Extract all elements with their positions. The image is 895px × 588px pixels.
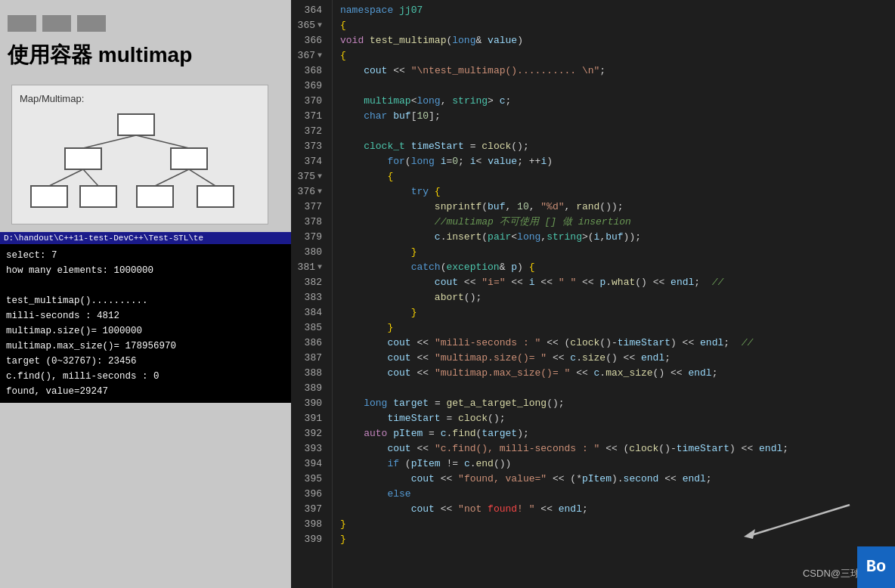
- console-line-5: multimap.size()= 1000000: [6, 323, 285, 339]
- code-line-376: try {: [340, 184, 887, 200]
- console-line-blank1: [6, 278, 285, 293]
- ln-387: 387: [291, 351, 328, 366]
- ln-381: 381▼: [291, 260, 328, 275]
- ln-374: 374: [291, 154, 328, 169]
- ln-367: 367▼: [291, 48, 328, 63]
- svg-rect-3: [31, 186, 67, 207]
- code-line-388: cout << "multimap.max_size()= " << c.max…: [340, 366, 887, 381]
- code-line-366: void test_multimap(long& value): [340, 33, 887, 48]
- ln-392: 392: [291, 426, 328, 441]
- code-line-379: c.insert(pair<long,string>(i,buf));: [340, 230, 887, 245]
- gray-block-1: [8, 15, 36, 32]
- title-area: 使用容器 multimap: [0, 0, 291, 77]
- code-line-383: abort();: [340, 290, 887, 305]
- code-line-373: clock_t timeStart = clock();: [340, 139, 887, 154]
- console-line-4: milli-seconds : 4812: [6, 308, 285, 323]
- right-panel: 364 365▼ 366 367▼ 368 369 370 371 372 37…: [291, 0, 895, 588]
- svg-rect-1: [65, 148, 101, 169]
- ln-377: 377: [291, 200, 328, 215]
- bo-text: Bo: [866, 558, 886, 577]
- svg-line-7: [83, 135, 136, 148]
- ln-394: 394: [291, 456, 328, 472]
- svg-rect-4: [80, 186, 116, 207]
- code-line-385: }: [340, 320, 887, 336]
- ln-399: 399: [291, 532, 328, 547]
- code-line-399: }: [340, 532, 887, 547]
- code-line-387: cout << "multimap.size()= " << c.size() …: [340, 351, 887, 366]
- gray-blocks: [8, 15, 280, 32]
- ln-390: 390: [291, 396, 328, 411]
- console-panel: D:\handout\C++11-test-DevC++\Test-STL\te…: [0, 232, 291, 403]
- console-body: select: 7 how many elements: 1000000 tes…: [0, 244, 291, 403]
- svg-line-8: [136, 135, 189, 148]
- code-line-392: auto pItem = c.find(target);: [340, 426, 887, 441]
- ln-384: 384: [291, 305, 328, 320]
- ln-378: 378: [291, 215, 328, 230]
- console-line-7: target (0~32767): 23456: [6, 354, 285, 369]
- code-line-364: namespace jj07: [340, 3, 887, 18]
- code-line-367: {: [340, 48, 887, 63]
- ln-368: 368: [291, 63, 328, 79]
- ln-397: 397: [291, 502, 328, 517]
- svg-line-12: [189, 169, 215, 186]
- console-line-1: select: 7: [6, 248, 285, 263]
- ln-389: 389: [291, 381, 328, 396]
- console-line-9: found, value=29247: [6, 384, 285, 399]
- ln-398: 398: [291, 517, 328, 532]
- ln-372: 372: [291, 124, 328, 139]
- ln-371: 371: [291, 109, 328, 124]
- console-header: D:\handout\C++11-test-DevC++\Test-STL\te: [0, 232, 291, 244]
- code-line-389: [340, 381, 887, 396]
- ln-365: 365▼: [291, 18, 328, 33]
- code-line-375: {: [340, 169, 887, 184]
- ln-388: 388: [291, 366, 328, 381]
- code-line-386: cout << "milli-seconds : " << (clock()-t…: [340, 336, 887, 351]
- tree-diagram: [20, 110, 254, 220]
- ln-375: 375▼: [291, 169, 328, 184]
- code-line-393: cout << "c.find(), milli-seconds : " << …: [340, 441, 887, 456]
- code-line-394: if (pItem != c.end()): [340, 456, 887, 472]
- ln-383: 383: [291, 290, 328, 305]
- diagram-label: Map/Multimap:: [20, 93, 260, 104]
- code-line-391: timeStart = clock();: [340, 411, 887, 426]
- ln-386: 386: [291, 336, 328, 351]
- ln-376: 376▼: [291, 184, 328, 200]
- code-line-395: cout << "found, value=" << (*pItem).seco…: [340, 472, 887, 487]
- code-line-369: [340, 79, 887, 94]
- ln-380: 380: [291, 245, 328, 260]
- ln-366: 366: [291, 33, 328, 48]
- left-panel: 使用容器 multimap Map/Multimap: D:\han: [0, 0, 291, 588]
- code-line-365: {: [340, 18, 887, 33]
- console-line-3: test_multimap()..........: [6, 293, 285, 308]
- console-path: D:\handout\C++11-test-DevC++\Test-STL\te: [4, 234, 203, 243]
- ln-391: 391: [291, 411, 328, 426]
- code-line-397: cout << "not found! " << endl;: [340, 502, 887, 517]
- code-line-398: }: [340, 517, 887, 532]
- ln-382: 382: [291, 275, 328, 290]
- svg-rect-0: [118, 114, 154, 135]
- gray-block-2: [42, 15, 71, 32]
- code-content: namespace jj07 { void test_multimap(long…: [333, 0, 895, 588]
- code-line-384: }: [340, 305, 887, 320]
- svg-line-11: [155, 169, 189, 186]
- bo-badge: Bo: [857, 546, 895, 588]
- code-line-372: [340, 124, 887, 139]
- console-line-6: multimap.max_size()= 178956970: [6, 339, 285, 354]
- code-line-371: char buf[10];: [340, 109, 887, 124]
- svg-rect-2: [171, 148, 207, 169]
- code-line-380: }: [340, 245, 887, 260]
- ln-373: 373: [291, 139, 328, 154]
- ln-364: 364: [291, 3, 328, 18]
- diagram-box: Map/Multimap:: [11, 85, 268, 224]
- gray-block-3: [77, 15, 106, 32]
- code-line-368: cout << "\ntest_multimap().......... \n"…: [340, 63, 887, 79]
- code-line-390: long target = get_a_target_long();: [340, 396, 887, 411]
- code-line-396: else: [340, 487, 887, 502]
- ln-396: 396: [291, 487, 328, 502]
- code-line-377: snprintf(buf, 10, "%d", rand());: [340, 200, 887, 215]
- ln-385: 385: [291, 320, 328, 336]
- svg-line-10: [83, 169, 98, 186]
- code-line-381: catch(exception& p) {: [340, 260, 887, 275]
- code-line-370: multimap<long, string> c;: [340, 94, 887, 109]
- line-numbers: 364 365▼ 366 367▼ 368 369 370 371 372 37…: [291, 0, 333, 588]
